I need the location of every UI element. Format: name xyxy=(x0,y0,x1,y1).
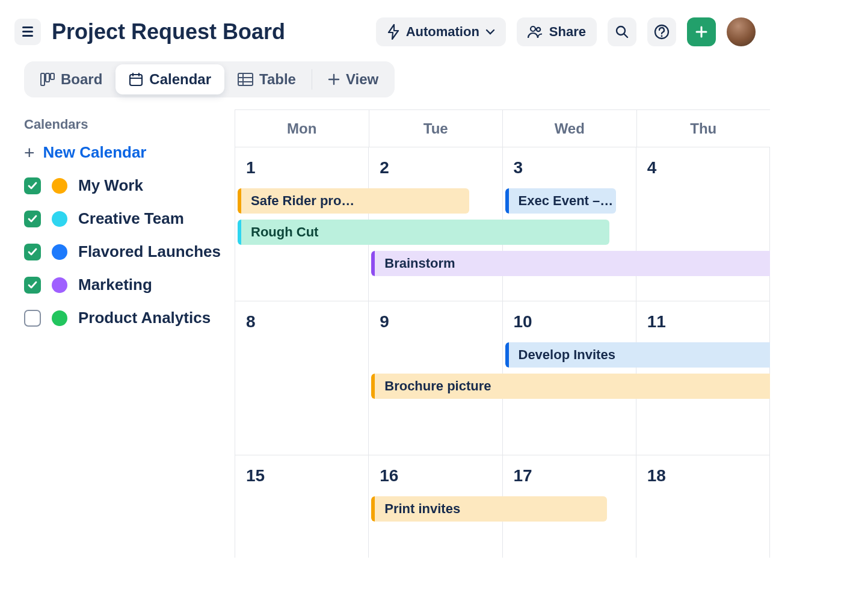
sidebar-heading: Calendars xyxy=(24,117,235,132)
calendar-item[interactable]: Product Analytics xyxy=(24,309,235,327)
calendar-color-dot xyxy=(52,277,67,293)
day-cell[interactable]: 8 xyxy=(235,301,369,455)
menu-button[interactable] xyxy=(14,19,41,45)
calendar-item-label: Flavored Launches xyxy=(78,242,221,261)
calendar-color-dot xyxy=(52,310,67,326)
tab-add-view[interactable]: View xyxy=(315,64,392,94)
event-bar[interactable]: Rough Cut xyxy=(238,220,609,245)
tab-calendar-label: Calendar xyxy=(149,71,211,88)
day-header-row: MonTueWedThu xyxy=(235,110,770,147)
header: Project Request Board Automation Share xyxy=(0,0,770,48)
tab-board-label: Board xyxy=(61,71,102,88)
tab-calendar[interactable]: Calendar xyxy=(116,64,224,94)
svg-rect-8 xyxy=(130,75,142,85)
check-icon xyxy=(28,215,37,223)
svg-point-1 xyxy=(537,27,540,31)
automation-label: Automation xyxy=(406,24,479,40)
calendar-checkbox[interactable] xyxy=(24,211,41,227)
app-root: Project Request Board Automation Share B… xyxy=(0,0,770,558)
calendar-checkbox[interactable] xyxy=(24,310,41,327)
plus-icon: + xyxy=(24,144,35,162)
automation-button[interactable]: Automation xyxy=(376,17,506,46)
calendar-color-dot xyxy=(52,244,67,260)
day-number: 16 xyxy=(369,466,502,485)
share-button[interactable]: Share xyxy=(517,17,597,46)
calendar-item[interactable]: Creative Team xyxy=(24,209,235,228)
share-label: Share xyxy=(549,24,586,40)
event-color-stripe xyxy=(371,374,375,399)
calendar-item[interactable]: Flavored Launches xyxy=(24,242,235,261)
day-number: 1 xyxy=(235,158,368,177)
check-icon xyxy=(28,182,37,190)
event-label: Exec Event –… xyxy=(514,193,614,209)
svg-point-4 xyxy=(661,35,663,37)
check-icon xyxy=(28,248,37,256)
event-label: Brainstorm xyxy=(380,256,455,271)
tab-table-label: Table xyxy=(259,71,296,88)
people-icon xyxy=(528,25,543,38)
event-bar[interactable]: Safe Rider pro… xyxy=(238,188,469,214)
svg-rect-7 xyxy=(51,73,54,79)
plus-icon xyxy=(328,73,340,85)
day-number: 15 xyxy=(235,466,368,485)
event-bar[interactable]: Brochure picture xyxy=(371,374,770,399)
day-number: 9 xyxy=(369,312,502,331)
event-bar[interactable]: Develop Invites xyxy=(505,342,771,368)
tab-board[interactable]: Board xyxy=(27,64,116,94)
calendar-list: My WorkCreative TeamFlavored LaunchesMar… xyxy=(24,176,235,327)
event-color-stripe xyxy=(505,188,509,214)
calendar-color-dot xyxy=(52,178,67,194)
day-number: 8 xyxy=(235,312,368,331)
calendar-weeks: 1234Safe Rider pro…Exec Event –…Rough Cu… xyxy=(235,147,770,558)
event-label: Print invites xyxy=(380,501,460,517)
calendar-checkbox[interactable] xyxy=(24,244,41,260)
svg-rect-6 xyxy=(46,73,49,82)
new-calendar-button[interactable]: + New Calendar xyxy=(24,143,235,162)
day-column-header: Thu xyxy=(637,110,771,147)
calendar-icon xyxy=(129,72,143,87)
day-number: 10 xyxy=(503,312,636,331)
calendar-item-label: My Work xyxy=(78,176,143,195)
calendar-item[interactable]: Marketing xyxy=(24,276,235,294)
calendar-item-label: Marketing xyxy=(78,276,152,294)
calendar-grid: MonTueWedThu 1234Safe Rider pro…Exec Eve… xyxy=(235,109,770,558)
day-number: 4 xyxy=(636,158,769,177)
help-button[interactable] xyxy=(647,17,676,46)
week-row: 15161718Print invites xyxy=(235,455,770,558)
calendar-checkbox[interactable] xyxy=(24,177,41,194)
svg-rect-5 xyxy=(41,73,45,85)
event-bar[interactable]: Print invites xyxy=(371,496,607,522)
event-bar[interactable]: Brainstorm xyxy=(371,251,770,276)
table-icon xyxy=(238,73,253,86)
tab-table[interactable]: Table xyxy=(224,64,309,94)
day-column-header: Wed xyxy=(503,110,637,147)
event-label: Develop Invites xyxy=(514,347,615,363)
calendar-item-label: Creative Team xyxy=(78,209,184,228)
plus-icon xyxy=(695,25,708,38)
main: Calendars + New Calendar My WorkCreative… xyxy=(0,109,770,558)
day-column-header: Mon xyxy=(235,110,369,147)
day-cell[interactable]: 4 xyxy=(636,147,770,301)
svg-rect-9 xyxy=(238,73,253,85)
event-color-stripe xyxy=(238,188,241,214)
help-icon xyxy=(654,24,670,40)
day-number: 3 xyxy=(503,158,636,177)
tab-view-label: View xyxy=(346,71,378,88)
search-button[interactable] xyxy=(608,17,636,46)
search-icon xyxy=(615,25,629,39)
event-bar[interactable]: Exec Event –… xyxy=(505,188,617,214)
day-number: 17 xyxy=(503,466,636,485)
check-icon xyxy=(28,281,37,289)
avatar[interactable] xyxy=(727,17,756,46)
event-color-stripe xyxy=(238,220,241,245)
tab-separator xyxy=(312,69,312,90)
sidebar: Calendars + New Calendar My WorkCreative… xyxy=(0,109,235,558)
day-cell[interactable]: 15 xyxy=(235,455,369,558)
day-cell[interactable]: 18 xyxy=(636,455,770,558)
event-color-stripe xyxy=(371,496,375,522)
calendar-checkbox[interactable] xyxy=(24,277,41,294)
week-row: 1234Safe Rider pro…Exec Event –…Rough Cu… xyxy=(235,147,770,301)
day-column-header: Tue xyxy=(369,110,504,147)
calendar-item[interactable]: My Work xyxy=(24,176,235,195)
add-button[interactable] xyxy=(687,17,716,46)
